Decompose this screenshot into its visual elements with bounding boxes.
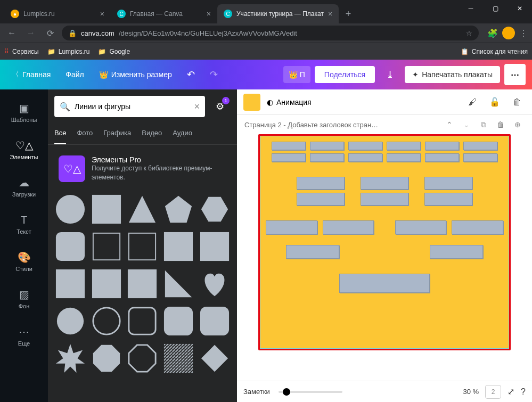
help-button[interactable]: ? (521, 387, 526, 397)
browser-tab-active[interactable]: C Участники турнира — Плакат × (217, 4, 339, 23)
search-input[interactable] (75, 102, 190, 111)
shape-square[interactable] (127, 267, 159, 300)
shape-square[interactable] (199, 230, 231, 263)
bracket-box[interactable] (387, 142, 421, 150)
download-button[interactable]: ⤓ (379, 64, 400, 85)
shape-square[interactable] (91, 193, 122, 226)
bracket-box[interactable] (323, 220, 374, 234)
shape-circle[interactable] (54, 193, 86, 226)
page-up-button[interactable]: ⌃ (443, 118, 456, 132)
shape-circle-outline[interactable] (91, 305, 122, 338)
bracket-box[interactable] (463, 142, 497, 150)
rail-text[interactable]: T Текст (0, 206, 48, 243)
window-close-button[interactable]: ✕ (508, 0, 532, 17)
fullscreen-button[interactable]: ⤢ (508, 387, 514, 397)
print-button[interactable]: ✦ Напечатать плакаты (405, 66, 500, 83)
page-count-button[interactable]: 2 (485, 385, 501, 399)
home-menu[interactable]: 〈 Главная (6, 67, 56, 83)
shape-square[interactable] (162, 230, 194, 263)
zoom-thumb[interactable] (283, 388, 290, 396)
file-menu[interactable]: Файл (60, 67, 89, 82)
page-title[interactable]: Страница 2 - Добавьте заголовок стран… (244, 121, 378, 129)
bracket-box[interactable] (348, 153, 382, 162)
animation-button[interactable]: ◐ Анимация (267, 98, 312, 106)
bracket-box[interactable] (425, 142, 459, 150)
star-icon[interactable]: ☆ (466, 29, 472, 37)
paint-roller-button[interactable]: 🖌 (464, 94, 481, 111)
bracket-box[interactable] (387, 153, 421, 162)
rail-styles[interactable]: 🎨 Стили (0, 243, 48, 280)
shape-right-triangle[interactable] (162, 267, 194, 300)
menu-icon[interactable]: ⋮ (519, 28, 528, 38)
minimize-button[interactable]: ─ (459, 0, 483, 17)
canvas-viewport[interactable] (237, 134, 532, 381)
resize-menu[interactable]: 👑 Изменить размер (94, 67, 177, 82)
page-down-button[interactable]: ⌄ (460, 118, 473, 132)
bracket-box[interactable] (430, 245, 483, 259)
clear-icon[interactable]: × (194, 101, 200, 112)
bookmark-lumpics[interactable]: 📁 Lumpics.ru (47, 48, 90, 55)
lock-button[interactable]: 🔓 (486, 94, 503, 111)
shape-hexagon[interactable] (199, 193, 231, 226)
bracket-box[interactable] (286, 245, 339, 259)
bracket-box[interactable] (348, 142, 382, 150)
subtab-photo[interactable]: Фото (77, 124, 93, 144)
shape-octagon-outline[interactable] (127, 342, 159, 375)
bracket-box[interactable] (425, 153, 459, 162)
shape-rounded-square-outline[interactable] (127, 305, 159, 338)
rail-templates[interactable]: ▣ Шаблоны (0, 94, 48, 131)
shape-rounded-square[interactable] (199, 305, 231, 338)
subtab-all[interactable]: Все (54, 124, 66, 144)
bracket-box[interactable] (424, 177, 472, 190)
shape-heart[interactable] (199, 267, 231, 300)
bracket-box[interactable] (395, 220, 447, 234)
canvas-page[interactable] (260, 136, 509, 349)
bracket-box[interactable] (297, 193, 345, 206)
bracket-box[interactable] (361, 177, 408, 190)
bookmark-services[interactable]: ⠿ Сервисы (4, 48, 39, 55)
redo-button[interactable]: ↷ (204, 65, 223, 84)
rail-elements[interactable]: ♡△ Элементы (0, 131, 48, 168)
browser-tab[interactable]: C Главная — Canva × (111, 4, 217, 23)
profile-avatar[interactable] (502, 27, 515, 39)
shape-triangle[interactable] (127, 193, 159, 226)
forward-button[interactable]: → (23, 26, 38, 40)
notes-button[interactable]: Заметки (243, 388, 270, 396)
bracket-box[interactable] (424, 193, 472, 206)
subtab-audio[interactable]: Аудио (173, 124, 192, 144)
subtab-graphics[interactable]: Графика (103, 124, 131, 144)
bracket-box[interactable] (452, 220, 503, 234)
back-button[interactable]: ← (4, 26, 19, 40)
bracket-box[interactable] (310, 153, 344, 162)
maximize-button[interactable]: ▢ (483, 0, 508, 17)
zoom-value[interactable]: 30 % (463, 388, 479, 396)
bracket-box[interactable] (339, 274, 430, 293)
duplicate-page-button[interactable]: ⧉ (477, 118, 490, 132)
rail-more[interactable]: ⋯ Еще (0, 317, 48, 355)
address-input[interactable]: 🔒 canva.com/design/DAEo1w0v4nc/GuHELUej3… (62, 26, 479, 40)
more-button[interactable]: ⋯ (504, 64, 526, 85)
shape-diamond[interactable] (199, 342, 231, 375)
shape-burst[interactable] (54, 305, 86, 338)
delete-page-button[interactable]: 🗑 (494, 118, 508, 132)
color-swatch[interactable] (243, 94, 260, 111)
search-box[interactable]: 🔍 × (54, 96, 205, 117)
close-icon[interactable]: × (207, 10, 211, 18)
shape-rounded-square[interactable] (162, 305, 194, 338)
zoom-slider[interactable] (279, 391, 342, 393)
shape-rounded-square[interactable] (54, 230, 86, 263)
bracket-box[interactable] (272, 153, 306, 162)
bookmark-google[interactable]: 📁 Google (98, 48, 130, 55)
rail-uploads[interactable]: ☁ Загрузки (0, 168, 48, 206)
bracket-box[interactable] (310, 142, 344, 150)
add-page-button[interactable]: ⊕ (511, 118, 525, 132)
close-icon[interactable]: × (100, 10, 104, 18)
shape-octagon[interactable] (91, 342, 122, 375)
shape-square-outline[interactable] (127, 230, 159, 263)
bracket-box[interactable] (361, 193, 408, 206)
shape-burst[interactable] (54, 342, 86, 375)
shape-square-outline[interactable] (91, 230, 122, 263)
delete-button[interactable]: 🗑 (509, 94, 526, 111)
rail-background[interactable]: ▨ Фон (0, 280, 48, 317)
close-icon[interactable]: × (328, 10, 332, 18)
